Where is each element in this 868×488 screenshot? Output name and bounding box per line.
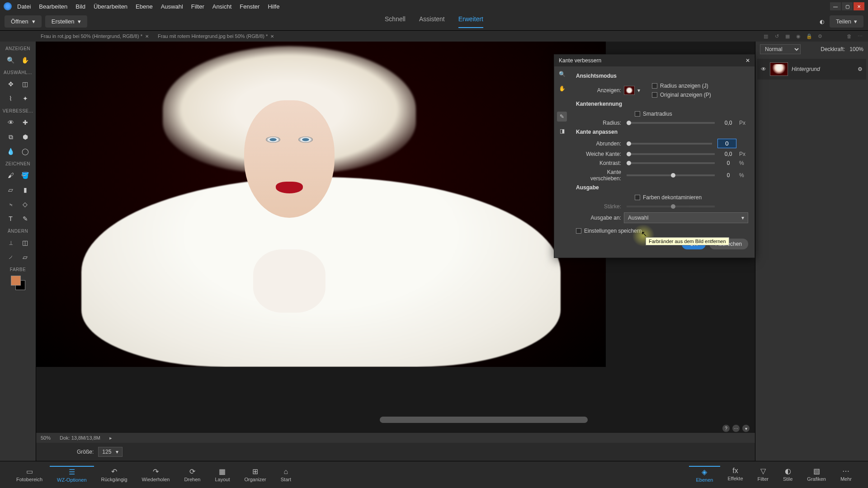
more-icon[interactable]: ⋯: [732, 425, 740, 432]
tab-erweitert[interactable]: Erweitert: [458, 15, 483, 28]
layer-settings-icon[interactable]: ⚙: [858, 66, 863, 72]
bottom-stile[interactable]: ◐Stile: [776, 467, 800, 483]
dialog-erase-brush-icon[interactable]: ◨: [557, 126, 567, 136]
history-icon[interactable]: ↺: [773, 33, 780, 40]
help-icon[interactable]: ?: [722, 425, 730, 432]
marquee-tool-icon[interactable]: ◫: [20, 79, 31, 89]
shift-slider[interactable]: [627, 174, 715, 176]
view-thumbnail[interactable]: [624, 86, 635, 95]
transform-tool-icon[interactable]: ◫: [20, 237, 31, 248]
fx-icon[interactable]: ⚙: [816, 33, 824, 40]
tab-assistent[interactable]: Assistent: [419, 15, 445, 28]
bottom-layout[interactable]: ▦Layout: [208, 467, 237, 482]
open-button[interactable]: Öffnen▾: [5, 15, 42, 28]
eye-tool-icon[interactable]: 👁: [5, 117, 16, 128]
sponge-tool-icon[interactable]: ◯: [20, 146, 31, 157]
chevron-down-icon[interactable]: ▾: [637, 87, 640, 94]
create-button[interactable]: Erstellen▾: [45, 15, 88, 28]
contrast-slider[interactable]: [627, 162, 715, 164]
contrast-value[interactable]: 0: [720, 160, 736, 166]
bottom-grafiken[interactable]: ▧Grafiken: [800, 467, 833, 483]
bottom-filter[interactable]: ▽Filter: [750, 467, 776, 483]
picker-tool-icon[interactable]: ⍀: [5, 199, 16, 210]
doc-tab-2[interactable]: Frau mit rotem Hintergrund.jpg bei 50% (…: [153, 32, 278, 41]
bottom-rueckgaengig[interactable]: ↶Rückgängig: [94, 467, 135, 482]
menu-auswahl[interactable]: Auswahl: [161, 3, 183, 10]
visibility-icon[interactable]: 👁: [761, 66, 766, 72]
bottom-mehr[interactable]: ⋯Mehr: [833, 467, 859, 483]
smart-radius-checkbox[interactable]: [635, 111, 640, 117]
bottom-effekte[interactable]: fxEffekte: [720, 467, 750, 483]
menu-filter[interactable]: Filter: [191, 3, 204, 10]
foreground-color-icon[interactable]: [11, 276, 21, 286]
remember-settings-checkbox[interactable]: [576, 228, 581, 234]
tab-schnell[interactable]: Schnell: [385, 15, 406, 28]
brush-tool-icon[interactable]: 🖌: [5, 170, 16, 181]
pen-tool-icon[interactable]: ✎: [20, 213, 31, 224]
save-icon[interactable]: ▥: [762, 33, 769, 40]
show-original-checkbox[interactable]: [652, 92, 657, 98]
dialog-titlebar[interactable]: Kante verbessern ✕: [554, 55, 755, 66]
menu-bild[interactable]: Bild: [75, 3, 85, 10]
blur-tool-icon[interactable]: 💧: [5, 146, 16, 157]
chevron-down-icon[interactable]: ▾: [742, 425, 750, 432]
shape-tool-icon[interactable]: ◇: [20, 199, 31, 210]
mask-icon[interactable]: ◉: [795, 33, 802, 40]
shift-value[interactable]: 0: [720, 172, 736, 178]
bottom-wiederholen[interactable]: ↷Wiederholen: [135, 467, 177, 482]
bottom-organizer[interactable]: ⊞Organizer: [237, 467, 273, 482]
blend-mode-select[interactable]: Normal: [760, 44, 801, 54]
more-icon[interactable]: ⋯: [856, 33, 863, 40]
bottom-fotobereich[interactable]: ▭Fotobereich: [9, 467, 50, 482]
bottom-ebenen[interactable]: ◈Ebenen: [689, 466, 721, 483]
wand-tool-icon[interactable]: ✦: [20, 93, 31, 104]
close-button[interactable]: ✕: [854, 2, 864, 10]
trash-icon[interactable]: 🗑: [845, 33, 853, 40]
dialog-refine-brush-icon[interactable]: ✎: [557, 112, 567, 122]
doc-tab-1[interactable]: Frau in rot.jpg bei 50% (Hintergrund, RG…: [36, 32, 153, 41]
eraser-tool-icon[interactable]: ▱: [5, 184, 16, 195]
new-layer-icon[interactable]: ▦: [784, 33, 791, 40]
output-to-dropdown[interactable]: Auswahl ▾: [624, 212, 748, 223]
heal-tool-icon[interactable]: ✚: [20, 117, 31, 128]
bottom-wz-optionen[interactable]: ☰WZ-Optionen: [50, 466, 94, 483]
crop-tool-icon[interactable]: ⟂: [5, 237, 16, 248]
menu-ebene[interactable]: Ebene: [136, 3, 153, 10]
gradient-tool-icon[interactable]: ▮: [20, 184, 31, 195]
layer-thumbnail[interactable]: [770, 62, 788, 76]
move-tool-icon[interactable]: ✥: [5, 79, 16, 89]
menu-datei[interactable]: Datei: [17, 3, 31, 10]
menu-ueberarbeiten[interactable]: Überarbeiten: [94, 3, 127, 10]
minimize-button[interactable]: —: [830, 2, 841, 10]
horizontal-scrollbar[interactable]: [380, 417, 588, 423]
menu-fenster[interactable]: Fenster: [240, 3, 259, 10]
smooth-input[interactable]: [717, 139, 736, 148]
text-tool-icon[interactable]: T: [5, 213, 16, 224]
share-button[interactable]: Teilen▾: [830, 15, 863, 28]
menu-ansicht[interactable]: Ansicht: [212, 3, 232, 10]
feather-slider[interactable]: [627, 153, 715, 155]
size-dropdown[interactable]: 125 ▾: [98, 447, 123, 457]
stamp-tool-icon[interactable]: ⬢: [20, 131, 31, 142]
dialog-hand-tool-icon[interactable]: ✋: [557, 84, 567, 94]
lasso-tool-icon[interactable]: ⌇: [5, 93, 16, 104]
menu-hilfe[interactable]: Hilfe: [268, 3, 279, 10]
show-radius-checkbox[interactable]: [652, 83, 657, 89]
color-swatch[interactable]: [11, 276, 25, 290]
bottom-drehen[interactable]: ⟳Drehen: [177, 467, 208, 482]
hand-tool-icon[interactable]: ✋: [20, 55, 31, 66]
close-icon[interactable]: ✕: [745, 57, 750, 64]
theme-toggle-icon[interactable]: ◐: [820, 19, 824, 25]
lock-icon[interactable]: 🔒: [806, 33, 813, 40]
radius-slider[interactable]: [627, 122, 715, 124]
maximize-button[interactable]: ▢: [842, 2, 853, 10]
dialog-zoom-tool-icon[interactable]: 🔍: [557, 69, 567, 79]
canvas-image[interactable]: [36, 42, 606, 367]
radius-value[interactable]: 0,0: [720, 120, 736, 126]
straighten-tool-icon[interactable]: ⟋: [5, 252, 16, 263]
bucket-tool-icon[interactable]: 🪣: [20, 170, 31, 181]
status-chevron-icon[interactable]: ▸: [109, 435, 112, 441]
close-icon[interactable]: ✕: [145, 34, 149, 39]
menu-bearbeiten[interactable]: Bearbeiten: [39, 3, 67, 10]
close-icon[interactable]: ✕: [270, 34, 274, 39]
